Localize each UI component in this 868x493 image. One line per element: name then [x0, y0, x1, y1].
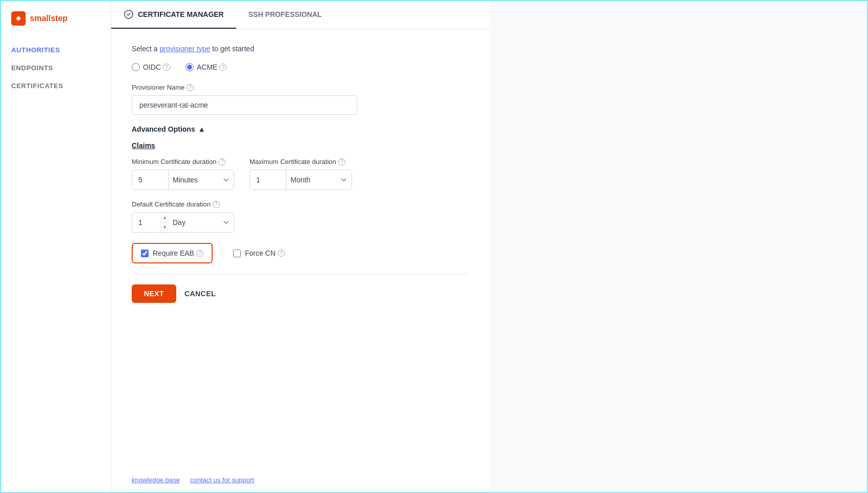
main-content: CERTIFICATE MANAGER SSH PROFESSIONAL Sel… [111, 1, 489, 492]
max-duration-number-input[interactable] [250, 171, 286, 189]
oidc-help-icon[interactable]: ? [163, 64, 170, 71]
force-cn-checkbox[interactable] [233, 250, 241, 257]
max-duration-group: Maximum Certificate duration ? Minutes H… [250, 158, 352, 190]
button-row: NEXT CANCEL [132, 284, 469, 303]
tab-bar: CERTIFICATE MANAGER SSH PROFESSIONAL [111, 1, 489, 29]
tab-certificate-manager-label: CERTIFICATE MANAGER [138, 10, 224, 18]
duration-row: Minimum Certificate duration ? Minutes H… [132, 158, 469, 190]
min-duration-group: Minimum Certificate duration ? Minutes H… [132, 158, 234, 190]
select-provisioner-suffix: to get started [210, 45, 254, 53]
form-divider [132, 274, 469, 274]
right-panel [489, 1, 867, 492]
default-duration-number-input[interactable] [132, 213, 160, 232]
min-duration-help-icon[interactable]: ? [218, 158, 225, 166]
max-duration-select[interactable]: Minutes Hours Days Weeks Month [286, 171, 352, 189]
select-provisioner-text: Select a provisioner type to get started [132, 45, 469, 53]
sidebar-item-endpoints[interactable]: ENDPOINTS [1, 59, 111, 77]
provisioner-name-input[interactable] [132, 95, 357, 115]
max-duration-input-row: Minutes Hours Days Weeks Month [250, 170, 352, 190]
footer: knowledge base contact us for support [111, 468, 489, 492]
next-button[interactable]: NEXT [132, 284, 176, 303]
tab-ssh-professional-label: SSH PROFESSIONAL [249, 10, 322, 18]
advanced-options-header[interactable]: Advanced Options ▲ [132, 125, 469, 133]
require-eab-label: Require EAB ? [153, 249, 203, 257]
require-eab-checkbox[interactable] [141, 250, 149, 257]
spinner-up-button[interactable]: ▲ [160, 213, 169, 223]
force-cn-label: Force CN ? [245, 249, 285, 257]
min-duration-select[interactable]: Minutes Hours Days Weeks Months [169, 171, 234, 189]
oidc-radio-option[interactable]: OIDC ? [132, 63, 170, 71]
spinner-down-button[interactable]: ▼ [160, 223, 169, 233]
acme-help-icon[interactable]: ? [219, 64, 226, 71]
min-duration-number-input[interactable] [132, 171, 168, 189]
sidebar-item-authorities[interactable]: AUTHORITIES [1, 41, 111, 59]
max-cert-duration-label: Maximum Certificate duration ? [250, 158, 352, 166]
default-duration-help-icon[interactable]: ? [213, 201, 220, 208]
force-cn-help-icon[interactable]: ? [278, 250, 285, 257]
require-eab-option[interactable]: Require EAB ? [132, 243, 213, 263]
default-duration-select[interactable]: Minutes Hours Day Weeks Months [169, 213, 234, 232]
min-duration-input-row: Minutes Hours Days Weeks Months [132, 170, 234, 190]
provisioner-type-radio-group: OIDC ? ACME ? [132, 63, 469, 71]
content-area: Select a provisioner type to get started… [111, 29, 489, 468]
tab-certificate-manager[interactable]: CERTIFICATE MANAGER [111, 1, 236, 29]
spinner-buttons: ▲ ▼ [160, 213, 169, 232]
provisioner-name-help-icon[interactable]: ? [187, 84, 194, 91]
acme-label: ACME ? [197, 63, 226, 71]
svg-point-0 [17, 17, 20, 20]
knowledge-base-link[interactable]: knowledge base [132, 476, 180, 484]
certificate-manager-icon [123, 9, 134, 19]
default-cert-duration-label: Default Certificate duration ? [132, 200, 469, 208]
cancel-button[interactable]: CANCEL [184, 290, 216, 298]
logo: smallstep [1, 11, 111, 41]
provisioner-name-label: Provisioner Name ? [132, 84, 469, 91]
default-duration-group: Default Certificate duration ? ▲ ▼ Minut… [132, 200, 469, 233]
logo-text: smallstep [30, 14, 68, 23]
oidc-label: OIDC ? [143, 63, 170, 71]
contact-support-link[interactable]: contact us for support [190, 476, 254, 484]
min-cert-duration-label: Minimum Certificate duration ? [132, 158, 234, 166]
sidebar-item-certificates[interactable]: CERTIFICATES [1, 77, 111, 95]
provisioner-type-link[interactable]: provisioner type [159, 45, 210, 53]
claims-header: Claims [132, 141, 469, 150]
acme-radio-option[interactable]: ACME ? [185, 63, 226, 71]
require-eab-help-icon[interactable]: ? [196, 250, 203, 257]
acme-radio[interactable] [185, 63, 194, 71]
logo-icon [11, 11, 26, 26]
spinner-wrapper: ▲ ▼ [132, 213, 168, 232]
tab-ssh-professional[interactable]: SSH PROFESSIONAL [236, 2, 334, 28]
max-duration-help-icon[interactable]: ? [338, 158, 345, 166]
force-cn-option[interactable]: Force CN ? [233, 243, 285, 263]
default-duration-input-row: ▲ ▼ Minutes Hours Day Weeks Months [132, 212, 234, 233]
oidc-radio[interactable] [132, 63, 140, 71]
sidebar: smallstep AUTHORITIES ENDPOINTS CERTIFIC… [1, 1, 111, 492]
advanced-options-arrow-icon: ▲ [198, 125, 205, 133]
checkbox-row: Require EAB ? Force CN ? [132, 243, 469, 263]
